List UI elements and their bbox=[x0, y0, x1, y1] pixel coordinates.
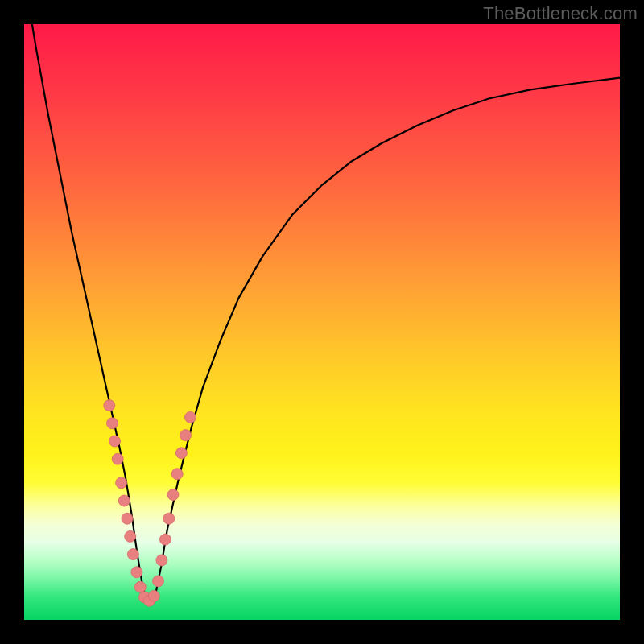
sample-dot bbox=[156, 555, 167, 566]
sample-dot bbox=[175, 448, 187, 459]
sample-dots bbox=[104, 400, 196, 607]
sample-dot bbox=[163, 513, 175, 524]
sample-dot bbox=[112, 453, 123, 464]
sample-dot bbox=[104, 400, 115, 411]
sample-dot bbox=[116, 477, 127, 489]
sample-dot bbox=[118, 495, 130, 506]
watermark-text: TheBottleneck.com bbox=[483, 3, 638, 24]
sample-dot bbox=[125, 530, 136, 542]
sample-dot bbox=[109, 436, 121, 447]
sample-dot bbox=[159, 534, 171, 545]
sample-dot bbox=[131, 567, 142, 578]
chart-svg bbox=[24, 24, 620, 620]
sample-dot bbox=[148, 590, 159, 601]
sample-dot bbox=[180, 430, 192, 441]
sample-dot bbox=[167, 489, 179, 501]
sample-dot bbox=[127, 549, 138, 560]
sample-dot bbox=[185, 411, 196, 423]
bottleneck-curve bbox=[24, 24, 620, 602]
plot-area bbox=[24, 24, 620, 620]
chart-frame: TheBottleneck.com bbox=[0, 0, 644, 644]
sample-dot bbox=[171, 469, 183, 480]
sample-dot bbox=[153, 576, 164, 587]
sample-dot bbox=[134, 581, 146, 592]
sample-dot bbox=[107, 418, 118, 429]
sample-dot bbox=[122, 513, 133, 524]
